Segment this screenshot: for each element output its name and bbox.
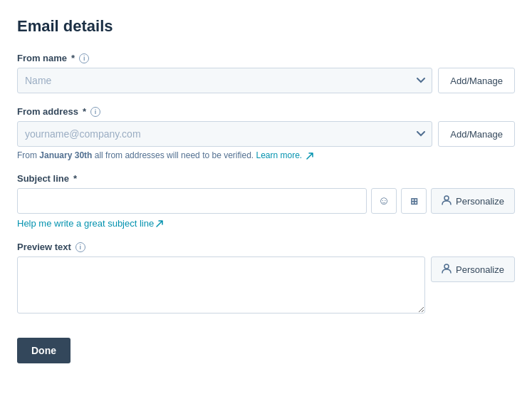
done-button[interactable]: Done [17, 338, 71, 363]
from-address-notice: From January 30th all from addresses wil… [17, 150, 515, 160]
svg-point-1 [444, 264, 449, 269]
preview-text-group: Preview text i Personalize [17, 242, 515, 314]
subject-person-icon [442, 195, 452, 207]
preview-text-input[interactable] [17, 256, 425, 314]
subject-line-input-row: ☺ ⊞ Personalize [17, 188, 515, 214]
from-name-info-icon[interactable]: i [79, 53, 89, 63]
from-address-required-star: * [83, 106, 86, 117]
from-address-select[interactable]: yourname@company.com [17, 121, 432, 147]
help-external-link-icon [156, 220, 163, 227]
preview-person-icon [442, 264, 452, 276]
from-name-select[interactable]: Name [17, 68, 432, 93]
from-address-add-manage-button[interactable]: Add/Manage [438, 121, 515, 147]
from-name-label: From name * i [17, 53, 515, 63]
from-address-label: From address * i [17, 106, 515, 117]
emoji-icon: ☺ [378, 195, 390, 207]
emoji-button[interactable]: ☺ [371, 188, 397, 214]
required-star: * [71, 53, 75, 63]
subject-line-label: Subject line * [17, 173, 515, 184]
from-address-select-wrapper: yourname@company.com [17, 121, 432, 147]
from-name-input-row: Name Add/Manage [17, 68, 515, 93]
merge-tag-icon: ⊞ [410, 196, 418, 207]
external-link-icon [306, 152, 313, 160]
preview-text-info-icon[interactable]: i [75, 242, 85, 252]
subject-line-input[interactable] [17, 188, 367, 214]
from-name-group: From name * i Name Add/Manage [17, 53, 515, 93]
subject-line-group: Subject line * ☺ ⊞ Personalize Help me w… [17, 173, 515, 229]
from-address-info-icon[interactable]: i [90, 107, 100, 117]
from-name-add-manage-button[interactable]: Add/Manage [438, 68, 515, 93]
help-write-subject-link[interactable]: Help me write a great subject line [17, 218, 163, 229]
subject-personalize-button[interactable]: Personalize [431, 188, 515, 214]
preview-text-label: Preview text i [17, 242, 515, 252]
personalization-token-button[interactable]: ⊞ [401, 188, 427, 214]
page-title: Email details [17, 17, 515, 36]
preview-personalize-button[interactable]: Personalize [431, 256, 515, 282]
learn-more-link[interactable]: Learn more. [256, 150, 313, 160]
subject-line-required-star: * [73, 173, 77, 184]
from-name-select-wrapper: Name [17, 68, 432, 93]
preview-text-input-row: Personalize [17, 256, 515, 314]
from-address-group: From address * i yourname@company.com Ad… [17, 106, 515, 160]
svg-point-0 [444, 196, 449, 200]
from-address-input-row: yourname@company.com Add/Manage [17, 121, 515, 147]
